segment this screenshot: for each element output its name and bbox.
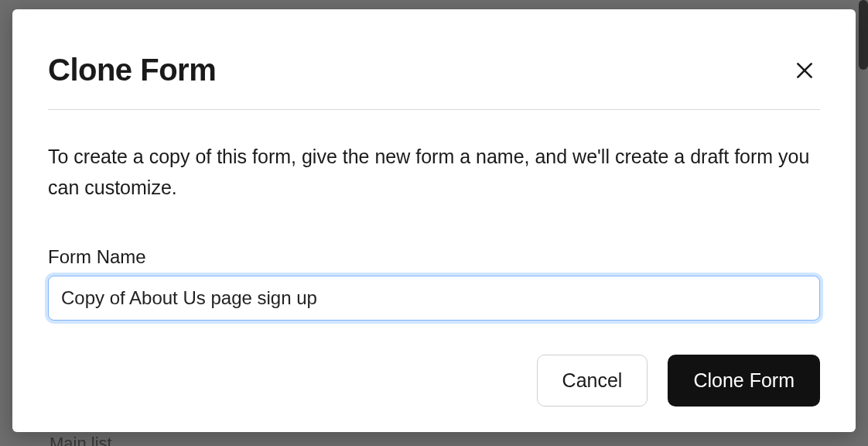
divider [48,109,820,110]
modal-title: Clone Form [48,53,216,87]
background-text: Main list [50,434,112,446]
vertical-scrollbar[interactable] [859,0,868,70]
modal-description: To create a copy of this form, give the … [48,141,814,203]
form-name-input[interactable] [48,276,820,321]
form-name-label: Form Name [48,246,820,268]
modal-actions: Cancel Clone Form [48,355,820,407]
close-button[interactable] [789,55,820,86]
cancel-button[interactable]: Cancel [537,355,648,407]
close-icon [795,60,815,81]
clone-form-button[interactable]: Clone Form [668,355,820,407]
modal-header: Clone Form [48,53,820,87]
form-name-field-group: Form Name [48,246,820,321]
clone-form-modal: Clone Form To create a copy of this form… [12,9,856,432]
